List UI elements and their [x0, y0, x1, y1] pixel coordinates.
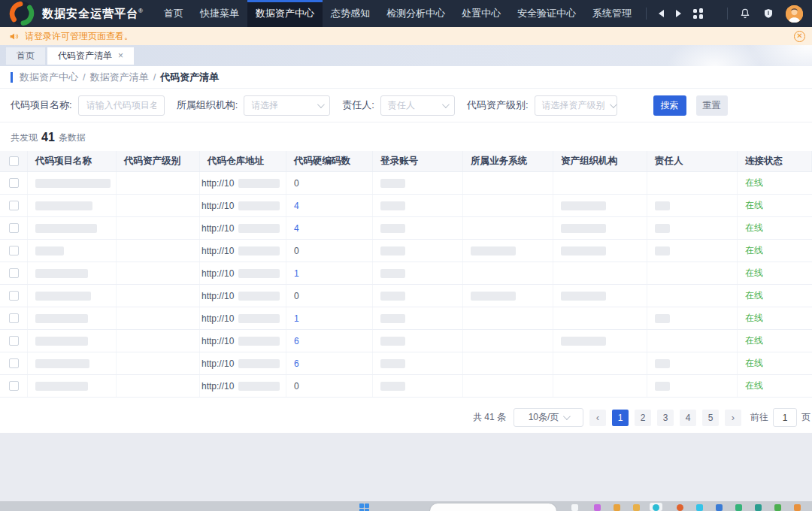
- page-button-1[interactable]: 1: [612, 410, 629, 426]
- nav-item-situation-awareness[interactable]: 态势感知: [323, 0, 378, 27]
- notification-bell-icon[interactable]: [739, 8, 751, 20]
- column-header-hardcode-count: 代码硬编码数: [286, 151, 373, 171]
- cell-connection-status: 在线: [738, 330, 812, 352]
- redacted-repo-url: [238, 292, 280, 301]
- select-all-checkbox[interactable]: [9, 156, 19, 166]
- row-checkbox[interactable]: [9, 268, 19, 278]
- page-size-select[interactable]: 10条/页: [514, 408, 583, 427]
- taskbar-app-icon[interactable]: [594, 504, 601, 511]
- hardcode-count-value[interactable]: 4: [294, 201, 299, 211]
- project-name-input[interactable]: [78, 95, 165, 116]
- taskbar-app-icon[interactable]: [755, 504, 762, 511]
- announcement-text: 请登录许可管理页面查看。: [25, 30, 133, 43]
- row-checkbox[interactable]: [9, 223, 19, 233]
- breadcrumb-item-1[interactable]: 数据资产中心: [20, 71, 78, 84]
- page-button-4[interactable]: 4: [680, 410, 696, 426]
- cell-asset-org: [553, 240, 647, 262]
- taskbar-app-icon[interactable]: [716, 504, 723, 511]
- nav-item-data-asset-center[interactable]: 数据资产中心: [247, 0, 323, 27]
- taskbar-app-icon[interactable]: [696, 504, 703, 511]
- windows-start-icon[interactable]: [359, 503, 369, 511]
- breadcrumb-accent-bar: [11, 72, 13, 83]
- redacted-owner: [655, 359, 670, 368]
- cell-connection-status: 在线: [738, 352, 812, 374]
- goto-page-input[interactable]: [773, 408, 797, 427]
- nav-forward-arrow-icon[interactable]: [676, 10, 681, 17]
- security-badge-icon[interactable]: [762, 8, 774, 20]
- taskbar-app-icon[interactable]: [735, 504, 742, 511]
- asset-level-select[interactable]: 请选择资产级别: [535, 95, 617, 116]
- breadcrumb-separator: /: [83, 71, 86, 83]
- row-checkbox[interactable]: [9, 291, 19, 301]
- row-checkbox[interactable]: [9, 358, 19, 368]
- org-select[interactable]: 请选择: [244, 95, 330, 116]
- tab-close-icon[interactable]: ×: [118, 51, 123, 60]
- taskbar-app-icon[interactable]: [633, 504, 640, 511]
- search-button[interactable]: 搜索: [653, 95, 686, 116]
- nav-back-arrow-icon[interactable]: [659, 10, 664, 17]
- table-row: http://100在线: [0, 240, 812, 262]
- cell-connection-status: 在线: [738, 285, 812, 307]
- taskbar-app-icon[interactable]: [571, 504, 578, 511]
- page-button-3[interactable]: 3: [657, 410, 674, 426]
- nav-item-security-verification[interactable]: 安全验证中心: [509, 0, 584, 27]
- page-button-5[interactable]: 5: [702, 410, 719, 426]
- owner-select[interactable]: 责任人: [380, 95, 455, 116]
- hardcode-count-value[interactable]: 1: [294, 313, 299, 324]
- taskbar-app-icon[interactable]: [614, 504, 620, 511]
- tab-code-asset-list[interactable]: 代码资产清单 ×: [47, 47, 134, 65]
- hardcode-count-value[interactable]: 6: [294, 336, 299, 346]
- summary-prefix: 共发现: [11, 132, 38, 144]
- nav-item-quick-menu[interactable]: 快捷菜单: [192, 0, 247, 27]
- taskbar-app-icon[interactable]: [653, 504, 659, 511]
- taskbar-app-icon[interactable]: [774, 504, 781, 511]
- nav-item-home[interactable]: 首页: [156, 0, 192, 27]
- cell-asset-org: [553, 217, 647, 239]
- redacted-project-name: [35, 201, 92, 210]
- column-header-repo-url: 代码仓库地址: [200, 151, 286, 171]
- redacted-asset-org: [561, 201, 606, 210]
- apps-grid-icon[interactable]: [693, 8, 704, 19]
- redacted-project-name: [35, 337, 88, 346]
- cell-asset-level: [117, 262, 200, 284]
- hardcode-count-value[interactable]: 1: [294, 268, 299, 279]
- breadcrumb-separator: /: [153, 71, 156, 83]
- prev-page-button[interactable]: ‹: [589, 410, 606, 426]
- taskbar-app-icon[interactable]: [677, 504, 683, 511]
- redacted-repo-url: [238, 224, 280, 233]
- nav-item-detection-analysis[interactable]: 检测分析中心: [378, 0, 453, 27]
- breadcrumb-current: 代码资产清单: [160, 71, 219, 84]
- announcement-close-icon[interactable]: ✕: [794, 31, 805, 42]
- row-checkbox[interactable]: [9, 313, 19, 323]
- row-checkbox[interactable]: [9, 178, 19, 188]
- table-row: http://100在线: [0, 375, 812, 398]
- cell-connection-status: 在线: [738, 172, 812, 194]
- next-page-button[interactable]: ›: [725, 410, 741, 426]
- nav-item-system-management[interactable]: 系统管理: [584, 0, 640, 27]
- row-checkbox[interactable]: [9, 336, 19, 346]
- reset-button[interactable]: 重置: [696, 95, 728, 116]
- hardcode-count-value: 0: [294, 291, 299, 301]
- status-online-text: 在线: [745, 177, 763, 189]
- nav-item-disposal-center[interactable]: 处置中心: [453, 0, 509, 27]
- status-online-text: 在线: [745, 244, 763, 257]
- row-checkbox[interactable]: [9, 381, 19, 391]
- column-header-project-name: 代码项目名称: [28, 151, 117, 171]
- taskbar-search-box[interactable]: [430, 503, 556, 511]
- breadcrumb-item-2[interactable]: 数据资产清单: [90, 71, 149, 84]
- redacted-login-account: [380, 246, 405, 256]
- row-checkbox[interactable]: [9, 246, 19, 256]
- taskbar-app-icon[interactable]: [794, 504, 801, 511]
- tab-home[interactable]: 首页: [6, 47, 45, 65]
- cell-asset-level: [117, 240, 200, 262]
- status-online-text: 在线: [745, 379, 763, 392]
- cell-business-system: [463, 330, 553, 352]
- repo-url-prefix: http://10: [201, 178, 234, 189]
- page-button-2[interactable]: 2: [635, 410, 651, 426]
- hardcode-count-value[interactable]: 6: [294, 358, 299, 369]
- row-checkbox[interactable]: [9, 201, 19, 210]
- user-avatar[interactable]: [786, 5, 803, 23]
- table-row: http://100在线: [0, 172, 812, 195]
- hardcode-count-value[interactable]: 4: [294, 223, 299, 234]
- cell-asset-level: [117, 285, 200, 307]
